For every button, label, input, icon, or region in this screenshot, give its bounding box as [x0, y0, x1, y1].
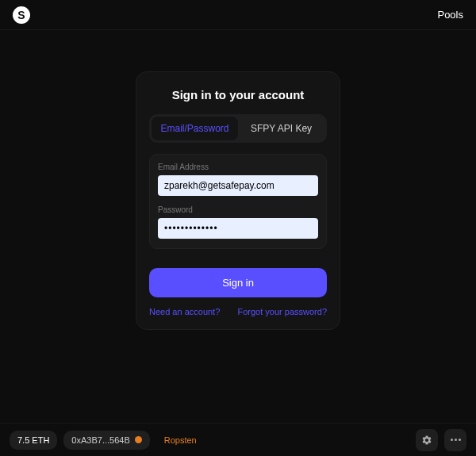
balance-text: 7.5 ETH	[17, 435, 49, 445]
signin-button[interactable]: Sign in	[149, 268, 327, 297]
address-text: 0xA3B7...564B	[71, 435, 129, 445]
fields-box: Email Address Password	[149, 154, 327, 249]
need-account-link[interactable]: Need an account?	[149, 307, 220, 316]
topbar: S Pools	[0, 0, 476, 30]
auth-tabs: Email/Password SFPY API Key	[149, 114, 327, 143]
bottombar: 7.5 ETH 0xA3B7...564B Ropsten	[0, 423, 476, 456]
password-label: Password	[158, 205, 318, 214]
address-pill[interactable]: 0xA3B7...564B	[63, 431, 149, 450]
app-logo[interactable]: S	[13, 6, 30, 24]
email-label: Email Address	[158, 163, 318, 171]
gear-icon	[421, 435, 432, 446]
email-field[interactable]	[158, 175, 318, 196]
tab-api-key[interactable]: SFPY API Key	[238, 117, 324, 140]
forgot-password-link[interactable]: Forgot your password?	[238, 307, 328, 316]
links-row: Need an account? Forgot your password?	[149, 307, 327, 316]
password-field[interactable]	[158, 218, 318, 239]
balance-pill[interactable]: 7.5 ETH	[10, 431, 57, 450]
settings-button[interactable]	[416, 429, 438, 451]
ellipsis-icon	[451, 439, 461, 441]
nav-pools[interactable]: Pools	[437, 9, 463, 21]
signin-card: Sign in to your account Email/Password S…	[136, 71, 340, 330]
status-dot-icon	[135, 436, 142, 443]
more-button[interactable]	[444, 429, 466, 451]
network-label: Ropsten	[164, 435, 197, 445]
tab-email-password[interactable]: Email/Password	[152, 117, 238, 140]
signin-title: Sign in to your account	[149, 88, 327, 102]
